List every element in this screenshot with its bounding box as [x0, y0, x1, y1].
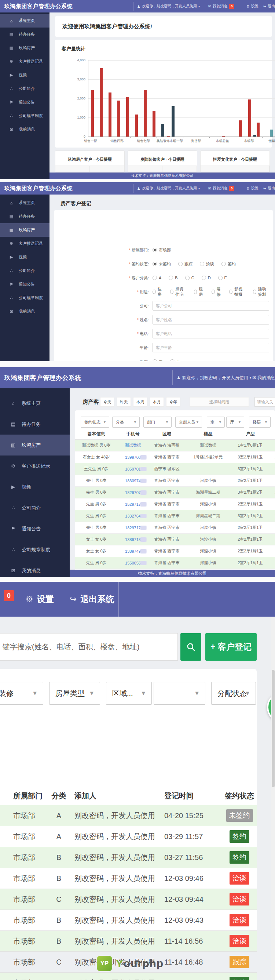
radio-option[interactable]: C	[185, 276, 194, 280]
radio-option[interactable]: 签约	[221, 261, 236, 267]
reminder-card[interactable]: 恒爱文化客户 - 今日提醒	[200, 151, 270, 172]
radio-option[interactable]: 投资住宅	[170, 286, 186, 297]
filter-dropdown[interactable]: 分配状态▼	[211, 682, 256, 705]
radio-option[interactable]: 未签约	[153, 261, 171, 267]
sidebar-item-4[interactable]: ⚙客户推送记录	[0, 55, 49, 68]
sidebar-item-2[interactable]: ▤待办任务	[0, 414, 70, 434]
phone-cell[interactable]: 1389749	[117, 549, 149, 554]
form-input[interactable]	[153, 315, 269, 325]
logout-link[interactable]: ↪ 退出系统	[263, 0, 275, 13]
table-row[interactable]: 先生 男 0岁1529717青海省 西宁市河湟小镇2室2厅1厨1卫0.00 ㎡	[75, 498, 275, 510]
radio-option[interactable]: 活动策划	[253, 286, 269, 297]
sidebar-item-5[interactable]: ▶视频	[0, 68, 49, 82]
sidebar-item-8[interactable]: ∴公司规章制度	[0, 291, 49, 305]
sidebar-item-3[interactable]: ▥玖鸿房产	[0, 223, 49, 237]
filter-dropdown[interactable]: 室▼	[207, 417, 225, 428]
sidebar-item-4[interactable]: ⚙客户推送记录	[0, 237, 49, 250]
messages-link[interactable]: ✉ 我的消息	[252, 367, 275, 388]
sidebar-item-1[interactable]: ⌂系统主页	[0, 14, 49, 27]
date-filter-button[interactable]: 本月	[150, 397, 164, 407]
add-customer-button[interactable]: + 客户登记	[205, 633, 257, 661]
sidebar-item-4[interactable]: ⚙客户推送记录	[0, 455, 70, 476]
sidebar-item-8[interactable]: ∴公司规章制度	[0, 539, 70, 560]
filter-dropdown[interactable]: 全部人员▼	[175, 417, 202, 428]
radio-option[interactable]: 洽谈	[200, 261, 214, 267]
filter-dropdown[interactable]: 部门▼	[143, 417, 172, 428]
scrollbar-track[interactable]	[271, 617, 275, 980]
filter-dropdown[interactable]: 楼层▼	[249, 417, 270, 428]
messages-link[interactable]: ✉ 我的消息 0	[208, 182, 234, 194]
logout-link[interactable]: ↪ 退出系统	[70, 582, 114, 617]
date-filter-button[interactable]: 今天	[100, 397, 114, 407]
phone-cell[interactable]: 1550055	[117, 561, 149, 565]
table-row[interactable]: 女士 女 0岁1389749青海省 西宁市河湟小镇2室2厅1厨1卫78.00 ㎡	[75, 546, 275, 557]
logout-link[interactable]: ↪ 退出系统	[263, 182, 275, 194]
phone-cell[interactable]: 1830974	[117, 479, 149, 483]
sidebar-item-6[interactable]: ∴公司简介	[0, 264, 49, 277]
settings-link[interactable]: ⚙ 设置	[247, 182, 259, 194]
radio-option[interactable]: E	[218, 276, 227, 280]
table-row[interactable]: 测试数据 男 0岁测试数据青海省 海西州测试数据1室1厅0厨1卫0.00 ㎡	[75, 440, 275, 452]
sidebar-item-7[interactable]: ⚑通知公告	[0, 518, 70, 539]
radio-option[interactable]: 市场部	[153, 247, 171, 253]
sidebar-item-9[interactable]: ⊠我的消息	[0, 560, 70, 577]
settings-link[interactable]: ⚙ 设置	[26, 582, 54, 617]
phone-cell[interactable]: 1829707	[117, 490, 149, 495]
sidebar-item-5[interactable]: ▶视频	[0, 476, 70, 497]
table-row[interactable]: 市场部A别改密码，开发人员使用04-20 15:25未签约	[0, 805, 257, 826]
filter-dropdown[interactable]: 签约状态▼	[81, 417, 109, 428]
table-row[interactable]: 市场部B别改密码，开发人员使用12-03 09:46洽谈	[0, 868, 257, 889]
table-row[interactable]: 先生 男 0岁1830974青海省 西宁市河湟小镇2室2厅1厨1卫94.00 ㎡	[75, 475, 275, 487]
sidebar-item-2[interactable]: ▤待办任务	[0, 27, 49, 41]
table-row[interactable]: 先生 男 0岁1829707青海省 西宁市海湖星城二期3室2厅1厨2卫136.0…	[75, 487, 275, 498]
sidebar-item-2[interactable]: ▤待办任务	[0, 210, 49, 223]
form-input[interactable]	[153, 343, 269, 352]
phone-cell[interactable]: 1399700	[117, 455, 149, 460]
phone-cell[interactable]: 1859701	[117, 467, 149, 471]
scrollbar-thumb[interactable]	[272, 670, 275, 787]
sidebar-item-6[interactable]: ∴公司简介	[0, 497, 70, 518]
phone-cell[interactable]: 1829717	[117, 526, 149, 530]
radio-option[interactable]: A	[153, 276, 161, 280]
user-menu[interactable]: ♟ 欢迎你，别改密码，开发人员使用 ▾	[137, 0, 200, 13]
radio-option[interactable]: D	[202, 276, 211, 280]
user-menu[interactable]: ♟ 欢迎你，别改密码，开发人员使用 ▾	[177, 367, 251, 388]
radio-option[interactable]: 装修	[212, 286, 222, 297]
filter-dropdown[interactable]: 分类▼	[112, 417, 140, 428]
table-row[interactable]: 王先生 男 0岁1859701西宁市 城东区3室2厅1厨2卫160.00 ㎡	[75, 463, 275, 475]
settings-link[interactable]: ⚙ 设置	[247, 0, 259, 13]
phone-cell[interactable]: 1529717	[117, 502, 149, 506]
sidebar-item-3[interactable]: ▥玖鸿房产	[0, 434, 70, 455]
phone-cell[interactable]: 测试数据	[117, 443, 149, 448]
sidebar-item-3[interactable]: ▥玖鸿房产	[0, 41, 49, 55]
search-button[interactable]	[180, 633, 201, 661]
keyword-search-input[interactable]	[0, 633, 178, 661]
sidebar-item-9[interactable]: ⊠我的消息	[0, 305, 49, 318]
filter-dropdown[interactable]: 房屋类型▼	[49, 682, 100, 705]
form-input[interactable]	[153, 329, 269, 339]
radio-option[interactable]: 影视拍摄	[229, 286, 245, 297]
reminder-card[interactable]: 玖鸿房产客户 - 今日提醒	[55, 151, 125, 172]
filter-dropdown[interactable]: 厅▼	[226, 417, 244, 428]
time-range-picker[interactable]: 选择时间段	[190, 397, 249, 407]
radio-option[interactable]: 租房	[194, 286, 204, 297]
form-input[interactable]	[153, 301, 269, 310]
table-row[interactable]: 石女士 女 48岁1399700青海省 西宁市1号楼19楼2单元3室2厅1厨1卫…	[75, 452, 275, 463]
table-row[interactable]: 市场部B别改密码，开发人员使用11-14 16:56洽谈	[0, 931, 257, 952]
table-row[interactable]: 女士 女 0岁1389718青海省 西宁市河湟小镇2室2厅1厨1卫88.00 ㎡	[75, 534, 275, 546]
user-menu[interactable]: ♟ 欢迎你，别改密码，开发人员使用 ▾	[137, 182, 200, 194]
radio-option[interactable]: 跟踪	[178, 261, 193, 267]
sidebar-item-7[interactable]: ⚑通知公告	[0, 277, 49, 291]
sidebar-item-5[interactable]: ▶视频	[0, 250, 49, 264]
radio-option[interactable]: B	[169, 276, 177, 280]
date-filter-button[interactable]: 今年	[166, 397, 180, 407]
date-filter-button[interactable]: 本周	[133, 397, 147, 407]
filter-dropdown[interactable]: ▼	[153, 682, 205, 705]
phone-cell[interactable]: 1332764	[117, 514, 149, 518]
sidebar-item-9[interactable]: ⊠我的消息	[0, 123, 49, 136]
table-row[interactable]: 先生 男 0岁1829717青海省 西宁市河湟小镇2室2厅1厨1卫92.00 ㎡	[75, 522, 275, 534]
radio-option[interactable]: 住房	[153, 286, 163, 297]
sidebar-item-7[interactable]: ⚑通知公告	[0, 95, 49, 109]
sidebar-item-1[interactable]: ⌂系统主页	[0, 196, 49, 210]
sidebar-item-6[interactable]: ∴公司简介	[0, 82, 49, 95]
